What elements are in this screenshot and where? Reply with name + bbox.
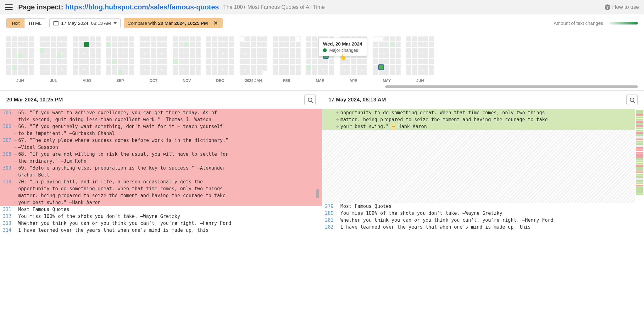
timeline-cell[interactable]	[140, 42, 145, 47]
timeline-cell[interactable]	[240, 53, 245, 58]
timeline-cell[interactable]	[229, 36, 234, 41]
timeline-cell[interactable]	[90, 48, 95, 53]
timeline-cell[interactable]	[212, 36, 217, 41]
timeline-cell[interactable]	[190, 36, 195, 41]
minimap-block[interactable]	[636, 174, 643, 176]
timeline-cell[interactable]	[423, 36, 428, 41]
timeline-cell[interactable]	[96, 53, 101, 58]
minimap-block[interactable]	[636, 171, 643, 173]
timeline-cell[interactable]	[357, 70, 362, 75]
timeline-cell[interactable]	[90, 70, 95, 75]
timeline-cell[interactable]	[18, 48, 23, 53]
timeline-cell[interactable]	[262, 36, 267, 41]
timeline-cell[interactable]	[373, 70, 378, 75]
timeline-cell[interactable]	[218, 36, 223, 41]
timeline-cell[interactable]	[279, 48, 284, 53]
timeline-cell[interactable]	[18, 36, 23, 41]
timeline-cell[interactable]	[123, 70, 128, 75]
timeline-cell[interactable]	[190, 59, 195, 64]
timeline-cell[interactable]	[84, 65, 89, 70]
timeline-cell[interactable]	[6, 59, 11, 64]
timeline-cell[interactable]	[323, 65, 328, 70]
timeline-cell[interactable]	[12, 42, 17, 47]
timeline-cell[interactable]	[379, 36, 384, 41]
minimap-block[interactable]	[636, 127, 643, 129]
timeline-cell[interactable]	[45, 42, 50, 47]
timeline-cell[interactable]	[390, 59, 395, 64]
timeline-cell[interactable]	[57, 48, 62, 53]
timeline-cell[interactable]	[29, 53, 34, 58]
timeline-cell[interactable]	[40, 65, 45, 70]
timeline-cell[interactable]	[262, 65, 267, 70]
timeline-cell[interactable]	[279, 70, 284, 75]
timeline-cell[interactable]	[112, 48, 117, 53]
timeline-cell[interactable]	[306, 42, 311, 47]
timeline-cell[interactable]	[429, 48, 434, 53]
timeline-cell[interactable]	[206, 70, 211, 75]
timeline-cell[interactable]	[223, 59, 228, 64]
timeline-cell[interactable]	[423, 59, 428, 64]
timeline-cell[interactable]	[373, 36, 378, 41]
timeline-cell[interactable]	[151, 59, 156, 64]
timeline-cell[interactable]	[257, 70, 262, 75]
left-pane-scrollbar[interactable]	[316, 189, 319, 198]
timeline-cell[interactable]	[423, 70, 428, 75]
timeline-cell[interactable]	[312, 53, 317, 58]
timeline-cell[interactable]	[312, 65, 317, 70]
timeline-cell[interactable]	[273, 59, 278, 64]
timeline-cell[interactable]	[273, 70, 278, 75]
timeline-cell[interactable]	[240, 48, 245, 53]
timeline-cell[interactable]	[29, 59, 34, 64]
minimap-block[interactable]	[636, 147, 643, 149]
timeline-cell[interactable]	[173, 48, 178, 53]
timeline-cell[interactable]	[229, 48, 234, 53]
timeline-cell[interactable]	[306, 36, 311, 41]
timeline-cell[interactable]	[312, 70, 317, 75]
timeline-cell[interactable]	[190, 48, 195, 53]
timeline-cell[interactable]	[373, 59, 378, 64]
timeline-cell[interactable]	[245, 70, 250, 75]
timeline-cell[interactable]	[84, 59, 89, 64]
timeline-cell[interactable]	[23, 42, 28, 47]
timeline-cell[interactable]	[429, 42, 434, 47]
timeline-cell[interactable]	[106, 53, 111, 58]
timeline-cell[interactable]	[390, 53, 395, 58]
timeline-cell[interactable]	[296, 59, 301, 64]
timeline-cell[interactable]	[162, 42, 167, 47]
timeline-cell[interactable]	[123, 36, 128, 41]
timeline-cell[interactable]	[245, 59, 250, 64]
timeline-cell[interactable]	[106, 70, 111, 75]
timeline-cell[interactable]	[379, 42, 384, 47]
timeline-cell[interactable]	[162, 53, 167, 58]
timeline-cell[interactable]	[45, 48, 50, 53]
text-toggle[interactable]: Text	[7, 19, 24, 28]
minimap-block[interactable]	[636, 165, 643, 167]
timeline-cell[interactable]	[57, 53, 62, 58]
timeline-cell[interactable]	[140, 48, 145, 53]
minimap-block[interactable]	[636, 141, 643, 143]
timeline-cell[interactable]	[118, 42, 123, 47]
timeline-cell[interactable]	[251, 42, 256, 47]
timeline-cell[interactable]	[329, 65, 334, 70]
timeline-cell[interactable]	[240, 59, 245, 64]
timeline-cell[interactable]	[112, 59, 117, 64]
date-selector[interactable]: 17 May 2024, 08:13 AM	[49, 18, 120, 28]
timeline-cell[interactable]	[112, 53, 117, 58]
timeline-cell[interactable]	[384, 53, 389, 58]
timeline-cell[interactable]	[306, 53, 311, 58]
minimap-block[interactable]	[636, 189, 643, 191]
timeline-cell[interactable]	[373, 42, 378, 47]
timeline-cell[interactable]	[45, 70, 50, 75]
minimap-block[interactable]	[636, 149, 643, 151]
timeline-cell[interactable]	[257, 59, 262, 64]
timeline-cell[interactable]	[18, 59, 23, 64]
timeline-cell[interactable]	[57, 36, 62, 41]
minimap-block[interactable]	[636, 160, 643, 162]
timeline-cell[interactable]	[318, 70, 323, 75]
timeline-cell[interactable]	[284, 70, 289, 75]
timeline-cell[interactable]	[157, 42, 162, 47]
timeline-cell[interactable]	[257, 48, 262, 53]
timeline-cell[interactable]	[45, 53, 50, 58]
timeline-cell[interactable]	[145, 65, 150, 70]
timeline-cell[interactable]	[390, 48, 395, 53]
